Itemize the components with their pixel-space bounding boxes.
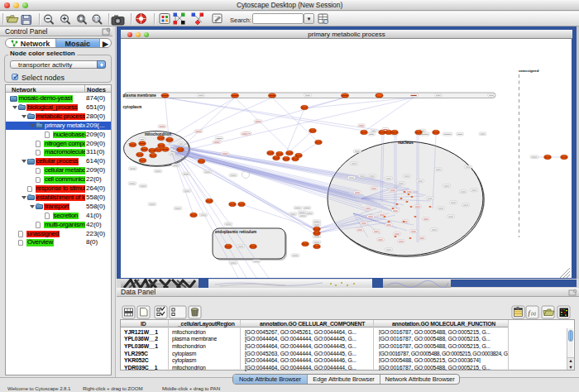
svg-text:mitochondrion: mitochondrion [145,132,171,136]
svg-text:unassigned: unassigned [519,69,539,73]
svg-text:endoplasmic reticulum: endoplasmic reticulum [215,230,256,234]
svg-text:1:1: 1:1 [93,17,99,22]
svg-text:cytoplasm: cytoplasm [123,105,142,109]
svg-text:(x): (x) [531,311,536,316]
svg-text:plasma membrane: plasma membrane [123,93,157,98]
svg-text:nucleus: nucleus [398,140,414,145]
